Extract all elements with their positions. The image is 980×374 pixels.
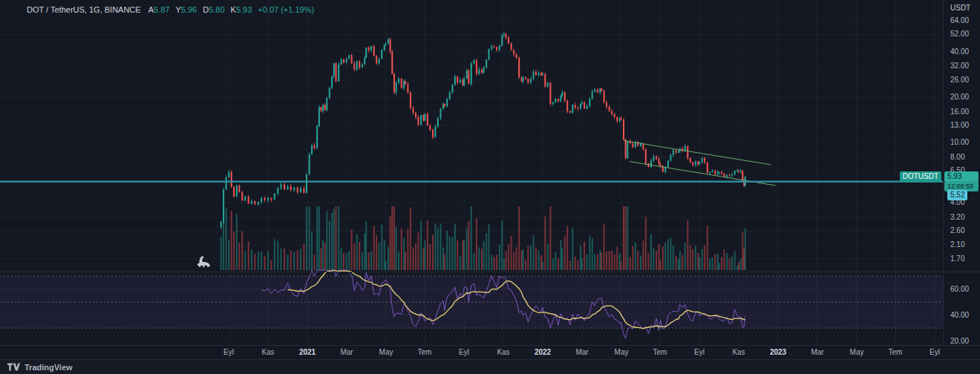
price-tick-label: 32.00 <box>950 62 969 70</box>
ohlc-close: K5.93 <box>231 5 252 14</box>
time-tick-label: May <box>850 348 864 356</box>
time-tick-label: Eyl <box>459 348 469 356</box>
time-tick-label: Kas <box>732 348 745 356</box>
time-tick-label: Mar <box>340 348 353 356</box>
time-tick-label: Eyl <box>223 348 234 356</box>
time-tick-label: Mar <box>575 348 588 356</box>
candles <box>220 32 746 229</box>
ohlc-open: A5.87 <box>148 5 170 14</box>
pane-divider[interactable] <box>0 272 980 272</box>
chart-canvas[interactable] <box>0 0 943 345</box>
rsi-tick-label: 60.00 <box>950 285 969 293</box>
open-label: A <box>148 5 154 14</box>
ohlc-low: D5.80 <box>203 5 224 14</box>
rsi-tick-label: 20.00 <box>950 337 969 345</box>
ohlc-values: A5.87 Y5.96 D5.80 K5.93 +0.07 (+1.19%) <box>148 5 315 14</box>
footer-bar: TradingView <box>0 359 980 374</box>
dinosaur-icon[interactable] <box>195 255 213 269</box>
price-tick-label: 26.00 <box>950 76 969 84</box>
price-tick-label: 8.00 <box>950 153 964 161</box>
price-tick-label: 2.60 <box>950 226 964 234</box>
tradingview-chart-window: { "legend": { "title": "DOT / TetherUS, … <box>0 0 980 374</box>
axis-currency-label: USDT <box>950 4 970 12</box>
time-tick-label: Tem <box>653 348 667 356</box>
time-tick-label: 2021 <box>299 348 316 356</box>
time-tick-label: 2023 <box>770 348 786 356</box>
time-tick-label: Eyl <box>694 348 705 356</box>
time-tick-label: 2022 <box>535 348 551 356</box>
price-tick-label: 40.00 <box>950 47 969 56</box>
low-value: 5.80 <box>209 5 224 14</box>
ohlc-high: Y5.96 <box>175 5 197 14</box>
tradingview-logo-icon[interactable] <box>7 363 20 371</box>
volume-bars <box>220 206 746 270</box>
time-axis[interactable]: EylKas2021MarMayTemEylKas2022MarMayTemEy… <box>0 345 980 359</box>
close-label: K <box>231 5 236 14</box>
time-tick-label: May <box>615 348 629 356</box>
price-tick-label: 2.10 <box>950 240 964 249</box>
time-tick-label: Kas <box>497 348 509 356</box>
time-tick-label: Eyl <box>930 348 940 356</box>
close-value: 5.93 <box>236 5 252 14</box>
time-tick-label: Tem <box>418 348 432 356</box>
symbol-title[interactable]: DOT / TetherUS, 1G, BINANCE <box>27 5 141 14</box>
time-tick-label: Tem <box>889 348 903 356</box>
price-tick-label: 16.00 <box>950 108 969 116</box>
high-label: Y <box>175 5 180 14</box>
price-tick-label: 3.20 <box>950 213 964 221</box>
open-value: 5.87 <box>154 5 169 14</box>
rsi-tick-label: 40.00 <box>950 311 969 319</box>
time-tick-label: Kas <box>261 348 274 356</box>
low-label: D <box>203 5 209 14</box>
price-tick-label: 20.00 <box>950 93 969 101</box>
high-value: 5.96 <box>181 5 197 14</box>
price-change: +0.07 (+1.19%) <box>258 5 314 14</box>
price-tick-label: 10.00 <box>950 138 969 146</box>
symbol-price-label[interactable]: DOTUSDT <box>900 171 941 182</box>
price-tick-label: 1.70 <box>950 255 964 263</box>
price-level-badge[interactable]: 5.52 <box>947 190 967 200</box>
legend: DOT / TetherUS, 1G, BINANCE A5.87 Y5.96 … <box>27 5 314 14</box>
price-tick-label: 13.00 <box>950 121 969 129</box>
tradingview-brand-link[interactable]: TradingView <box>24 363 73 372</box>
last-price-badge: 5.93 <box>944 171 979 182</box>
price-tick-label: 52.00 <box>950 30 969 38</box>
price-tick-label: 64.00 <box>950 16 969 24</box>
time-tick-label: Mar <box>811 348 823 356</box>
time-tick-label: May <box>379 348 393 356</box>
